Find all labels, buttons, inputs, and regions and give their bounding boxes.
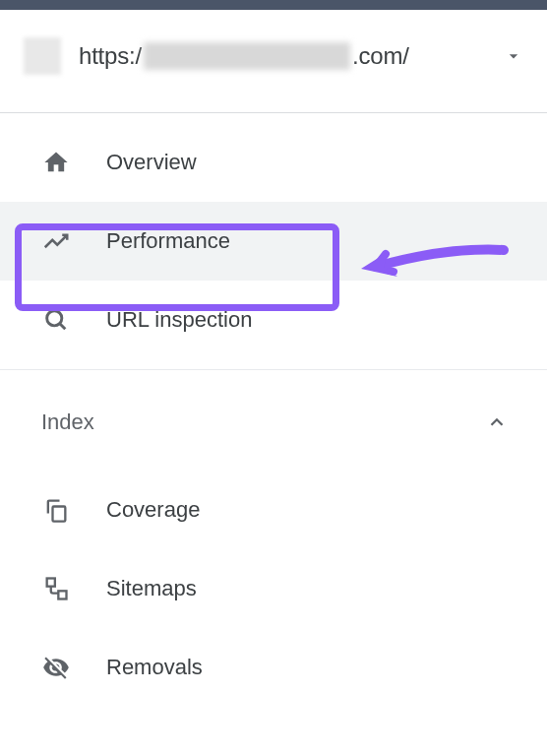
trending-up-icon <box>41 226 71 256</box>
nav-section-index: Coverage Sitemaps Removals <box>0 461 547 717</box>
top-bar <box>0 0 547 10</box>
nav-label-removals: Removals <box>106 655 203 680</box>
url-domain-redacted <box>144 42 350 70</box>
svg-rect-2 <box>53 507 66 522</box>
section-header-index[interactable]: Index <box>0 369 547 461</box>
chevron-down-icon <box>504 46 523 66</box>
svg-line-1 <box>60 324 66 330</box>
svg-point-0 <box>47 311 62 326</box>
property-selector[interactable]: https:/ .com/ <box>0 10 547 113</box>
property-favicon <box>24 37 61 75</box>
search-icon <box>41 306 71 334</box>
url-prefix: https:/ <box>79 42 142 70</box>
home-icon <box>41 149 71 176</box>
nav-item-sitemaps[interactable]: Sitemaps <box>0 549 547 628</box>
copy-icon <box>41 496 71 524</box>
nav-label-sitemaps: Sitemaps <box>106 576 197 601</box>
svg-rect-4 <box>58 591 66 598</box>
svg-rect-3 <box>47 579 55 587</box>
nav-label-url-inspection: URL inspection <box>106 307 252 333</box>
property-url: https:/ .com/ <box>79 42 486 70</box>
nav-item-coverage[interactable]: Coverage <box>0 471 547 549</box>
nav-section-main: Overview Performance URL inspection <box>0 113 547 369</box>
section-title-index: Index <box>41 410 94 435</box>
url-suffix: .com/ <box>352 42 409 70</box>
nav-item-url-inspection[interactable]: URL inspection <box>0 281 547 359</box>
nav-label-performance: Performance <box>106 228 230 254</box>
nav-item-overview[interactable]: Overview <box>0 123 547 202</box>
nav-item-performance[interactable]: Performance <box>0 202 547 281</box>
nav-label-overview: Overview <box>106 150 197 175</box>
chevron-up-icon <box>486 411 508 433</box>
sitemap-icon <box>41 575 71 602</box>
nav-item-removals[interactable]: Removals <box>0 628 547 707</box>
nav-label-coverage: Coverage <box>106 497 200 523</box>
visibility-off-icon <box>41 654 71 681</box>
